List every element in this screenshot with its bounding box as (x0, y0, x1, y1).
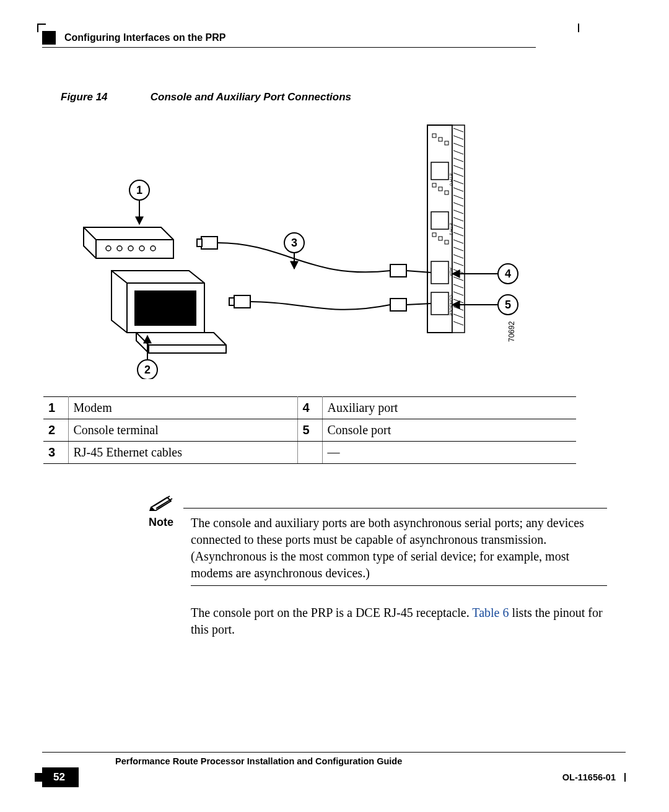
legend-desc: Modem (68, 397, 297, 419)
footer-doc-title: Performance Route Processor Installation… (115, 756, 626, 766)
footer-bar-icon (624, 773, 626, 782)
table-6-link[interactable]: Table 6 (472, 606, 509, 619)
svg-marker-0 (84, 227, 173, 258)
table-row: 2 Console terminal 5 Console port (43, 419, 576, 442)
legend-num: 3 (43, 442, 68, 464)
svg-rect-23 (390, 299, 406, 311)
svg-marker-14 (136, 333, 226, 353)
pencil-icon (149, 494, 175, 511)
port-label-aux: AUX (449, 267, 453, 277)
header-rule (42, 47, 536, 48)
section-title: Configuring Interfaces on the PRP (64, 32, 225, 43)
footer-rule (42, 752, 626, 753)
figure-id: 70692 (507, 321, 516, 342)
crop-mark-top-right (578, 24, 579, 32)
page-footer: Performance Route Processor Installation… (42, 752, 626, 787)
svg-rect-18 (201, 237, 217, 249)
svg-rect-19 (197, 239, 202, 247)
figure-caption-text: Console and Auxiliary Port Connections (151, 91, 351, 103)
doc-id: OL-11656-01 (562, 772, 616, 782)
para-text-pre: The console port on the PRP is a DCE RJ-… (191, 606, 472, 619)
note-text: The console and auxiliary ports are both… (191, 515, 607, 586)
legend-desc: RJ-45 Ethernet cables (68, 442, 297, 464)
svg-rect-29 (431, 292, 448, 315)
header-marker-icon (42, 31, 56, 45)
note-label: Note (149, 515, 178, 586)
page-header: Configuring Interfaces on the PRP (42, 31, 632, 45)
callout-3: 3 (291, 237, 297, 249)
port-label-console: CONSOLE (449, 295, 453, 317)
table-row: 3 RJ-45 Ethernet cables — (43, 442, 576, 464)
svg-rect-21 (234, 295, 250, 308)
legend-num: 1 (43, 397, 68, 419)
figure-caption: Figure 14 Console and Auxiliary Port Con… (61, 91, 632, 103)
figure-legend-table: 1 Modem 4 Auxiliary port 2 Console termi… (43, 396, 576, 464)
legend-num: 2 (43, 419, 68, 442)
callout-5: 5 (505, 299, 511, 311)
figure-diagram: ETH 0 ETH 1 AUX CONSOLE 1 2 3 4 5 70692 (81, 119, 520, 379)
svg-rect-26 (431, 162, 448, 180)
note-block: Note The console and auxiliary ports are… (149, 494, 607, 586)
legend-num: 4 (297, 397, 322, 419)
note-top-rule (183, 508, 607, 509)
legend-desc: Auxiliary port (322, 397, 576, 419)
svg-rect-28 (431, 261, 448, 284)
svg-rect-25 (452, 125, 465, 333)
legend-desc: — (322, 442, 576, 464)
port-label-eth0: ETH 0 (449, 173, 453, 186)
svg-rect-13 (135, 291, 196, 325)
crop-mark-top-left (37, 24, 46, 32)
legend-num (297, 442, 322, 464)
svg-rect-22 (229, 298, 234, 305)
legend-num: 5 (297, 419, 322, 442)
figure-number: Figure 14 (61, 91, 147, 103)
svg-rect-27 (431, 212, 448, 229)
legend-desc: Console port (322, 419, 576, 442)
port-label-eth1: ETH 1 (449, 223, 453, 235)
callout-4: 4 (505, 268, 511, 280)
body-paragraph: The console port on the PRP is a DCE RJ-… (191, 605, 607, 638)
callout-1: 1 (136, 184, 142, 196)
table-row: 1 Modem 4 Auxiliary port (43, 397, 576, 419)
page-number-badge: 52 (42, 767, 79, 787)
callout-2: 2 (144, 364, 151, 376)
svg-rect-20 (390, 264, 406, 277)
legend-desc: Console terminal (68, 419, 297, 442)
